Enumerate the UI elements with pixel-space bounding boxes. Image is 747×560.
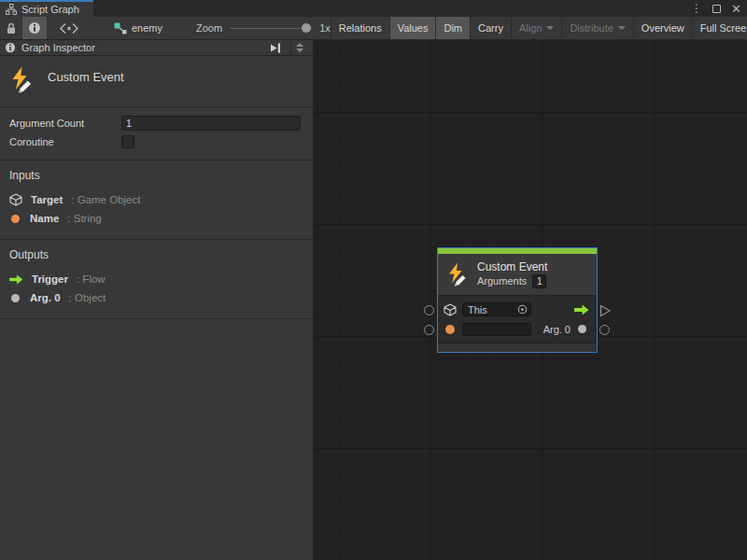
lock-button[interactable] (0, 17, 22, 39)
values-button[interactable]: Values (389, 17, 436, 39)
name-value-input[interactable] (462, 323, 531, 336)
argument-count-row: Argument Count (9, 114, 301, 133)
inspector-empty-area (0, 319, 313, 560)
stepper-up-icon (296, 43, 303, 47)
port-name: Trigger (32, 273, 68, 285)
port-row-trigger: Trigger : Flow (9, 270, 303, 288)
node-footer (438, 343, 597, 352)
coroutine-row: Coroutine (9, 133, 301, 151)
port-type: : Flow (77, 273, 106, 285)
node-arguments-label: Arguments (477, 274, 527, 288)
tab-script-graph[interactable]: Script Graph (0, 0, 93, 17)
graph-toolbar: enemy Zoom 1x Relations Values Dim Carry… (0, 17, 747, 40)
panel-stepper[interactable] (290, 40, 308, 55)
node-input-flow-connector[interactable] (424, 305, 434, 315)
outputs-title: Outputs (9, 248, 303, 261)
overview-button[interactable]: Overview (633, 17, 692, 39)
zoom-slider-handle[interactable] (302, 23, 311, 33)
graph-hierarchy-icon (6, 4, 17, 15)
lock-icon (6, 22, 17, 35)
outputs-section: Outputs Trigger : Flow Arg. 0 : Object (0, 240, 313, 319)
custom-event-icon (9, 66, 35, 94)
port-row-name: Name : String (9, 209, 303, 228)
game-object-cube-icon (9, 193, 22, 206)
node-arguments-value[interactable]: 1 (532, 274, 546, 288)
node-arg0-label: Arg. 0 (543, 324, 571, 335)
window-titlebar: Script Graph ⋮ ✕ (0, 0, 747, 17)
stepper-down-icon (296, 49, 303, 52)
node-title: Custom Event (477, 260, 547, 274)
zoom-value: 1x (319, 22, 331, 34)
port-name: Name (30, 213, 59, 224)
unit-fields: Argument Count Coroutine (0, 107, 313, 161)
node-output-flow-connector[interactable] (599, 304, 612, 317)
port-row-target: Target : Game Object (9, 190, 303, 209)
dock-panel-button[interactable] (266, 40, 285, 55)
argument-count-label: Argument Count (9, 118, 121, 129)
coroutine-checkbox[interactable] (121, 135, 134, 148)
zoom-control: Zoom 1x (196, 17, 331, 39)
argument-count-input[interactable] (121, 116, 301, 131)
full-screen-button[interactable]: Full Screen (692, 17, 747, 39)
script-graph-asset-icon (114, 22, 127, 35)
tab-title: Script Graph (21, 4, 79, 15)
node-body: This Arg. 0 (438, 296, 597, 343)
close-icon[interactable]: ✕ (731, 3, 741, 15)
node-row-arg0: Arg. 0 (444, 319, 591, 339)
node-output-value-connector[interactable] (599, 325, 610, 335)
custom-event-node[interactable]: Custom Event Arguments 1 This (437, 247, 598, 353)
info-icon (5, 42, 16, 53)
info-icon (28, 21, 41, 35)
toolbar-right-group: Relations Values Dim Carry Align Distrib… (331, 17, 747, 39)
value-preview-button[interactable] (47, 17, 92, 39)
distribute-label: Distribute (570, 22, 613, 34)
inputs-section: Inputs Target : Game Object Name : Strin… (0, 161, 313, 240)
port-type: : Game Object (71, 194, 140, 205)
flow-arrow-icon[interactable] (574, 304, 589, 315)
angle-brackets-x-icon (60, 23, 78, 34)
unit-title: Custom Event (48, 66, 124, 84)
breadcrumb-graph-name: enemy (132, 22, 162, 34)
inspector-title: Graph Inspector (21, 42, 95, 53)
zoom-slider[interactable] (230, 28, 312, 29)
port-type: : Object (69, 292, 106, 303)
inspector-header: Graph Inspector (0, 40, 313, 56)
orange-value-dot-icon[interactable] (445, 325, 455, 334)
flow-arrow-icon (9, 274, 23, 285)
target-object-dropdown[interactable]: This (462, 302, 531, 316)
node-row-target: This (444, 300, 591, 319)
zoom-label: Zoom (196, 22, 222, 34)
align-dropdown[interactable]: Align (511, 17, 561, 39)
custom-event-icon (446, 262, 469, 287)
game-object-cube-icon[interactable] (444, 303, 457, 316)
node-input-value-connector[interactable] (424, 325, 434, 335)
unit-header: Custom Event (0, 56, 313, 107)
port-name: Target (31, 194, 63, 205)
inputs-title: Inputs (9, 169, 303, 182)
relations-button[interactable]: Relations (331, 17, 389, 39)
breadcrumb[interactable]: enemy (114, 17, 162, 39)
dim-button[interactable]: Dim (435, 17, 470, 39)
carry-button[interactable]: Carry (470, 17, 511, 39)
maximize-icon[interactable] (712, 5, 721, 13)
distribute-dropdown[interactable]: Distribute (561, 17, 632, 39)
chevron-down-icon (546, 26, 554, 30)
inspector-toggle-button[interactable] (22, 17, 47, 39)
port-row-arg0: Arg. 0 : Object (9, 288, 303, 307)
dock-right-icon (270, 43, 281, 53)
grey-value-dot-icon (11, 294, 20, 302)
graph-inspector-panel: Graph Inspector Custom Event (0, 40, 314, 560)
coroutine-label: Coroutine (9, 136, 121, 147)
align-label: Align (519, 22, 542, 34)
graph-canvas[interactable]: Custom Event Arguments 1 This (314, 40, 747, 560)
grey-value-dot-icon[interactable] (578, 325, 586, 333)
orange-value-dot-icon (11, 215, 20, 223)
port-type: : String (67, 213, 101, 224)
object-picker-icon (517, 304, 528, 315)
node-header[interactable]: Custom Event Arguments 1 (438, 254, 597, 296)
port-name: Arg. 0 (30, 292, 61, 303)
chevron-down-icon (618, 26, 626, 30)
window-menu-icon[interactable]: ⋮ (691, 3, 702, 14)
target-value: This (468, 304, 517, 315)
